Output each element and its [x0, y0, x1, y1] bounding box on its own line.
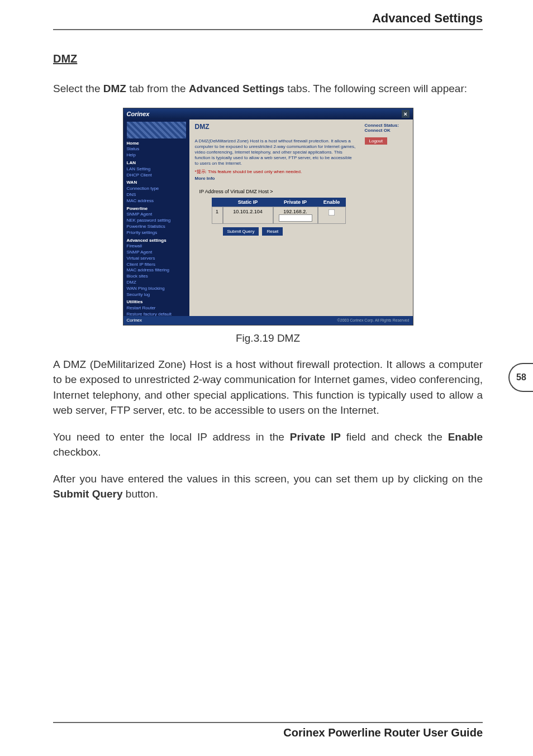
nav-dns[interactable]: DNS: [127, 192, 186, 198]
private-ip-prefix: 192.168.2.: [283, 209, 307, 214]
cell-enable: [318, 207, 346, 224]
cell-private-ip: 192.168.2.: [273, 207, 318, 224]
paragraph-submit: After you have entered the values in thi…: [53, 471, 483, 502]
nav-status[interactable]: Status: [127, 146, 186, 152]
nav-wan-ping-blocking[interactable]: WAN Ping blocking: [127, 286, 186, 292]
nav-client-ip-filters[interactable]: Client IP filters: [127, 262, 186, 268]
router-ui-screenshot: Corinex × Home Status Help LAN LAN Setti…: [123, 108, 413, 326]
nav-dmz[interactable]: DMZ: [127, 280, 186, 286]
text: You need to enter the local IP address i…: [53, 431, 290, 443]
nav-snmp-agent[interactable]: SNMP Agent: [127, 212, 186, 218]
nav-mac-address[interactable]: MAC address: [127, 198, 186, 204]
nav-wan[interactable]: WAN: [127, 180, 186, 186]
text: checkbox.: [53, 446, 101, 458]
bold-submit-query: Submit Query: [53, 488, 123, 500]
main-panel: DMZ A DMZ(DeMilitarized Zone) Host is a …: [189, 119, 361, 316]
nav-restart-router[interactable]: Restart Router: [127, 305, 186, 312]
col-header-private-ip: Private IP: [273, 198, 318, 207]
col-header-static-ip: Static IP: [223, 198, 273, 207]
nav-block-sites[interactable]: Block sites: [127, 274, 186, 280]
intro-paragraph: Select the DMZ tab from the Advanced Set…: [53, 81, 483, 97]
nav-firewall[interactable]: Firewall: [127, 243, 186, 250]
table-row: 1 10.101.2.104 192.168.2.: [212, 207, 356, 224]
panel-title: DMZ: [195, 123, 356, 131]
dmz-table: Static IP Private IP Enable 1 10.101.2.1…: [212, 198, 356, 224]
bold-dmz: DMZ: [103, 83, 126, 94]
sidebar-logo-image: [127, 122, 186, 138]
section-heading-dmz: DMZ: [53, 52, 483, 65]
private-ip-input[interactable]: [279, 214, 312, 222]
text: field and check the: [341, 431, 448, 443]
nav-lan[interactable]: LAN: [127, 160, 186, 166]
nav-priority-settings[interactable]: Priority settings: [127, 230, 186, 236]
text: Select the: [53, 83, 103, 94]
nav-nek-password[interactable]: NEK password setting: [127, 218, 186, 224]
subsection-heading: IP Address of Virtual DMZ Host >: [199, 189, 356, 194]
page-number-tab: 58: [508, 363, 533, 392]
nav-virtual-servers[interactable]: Virtual servers: [127, 256, 186, 262]
text: button.: [123, 488, 158, 500]
nav-help[interactable]: Help: [127, 152, 186, 159]
reset-button[interactable]: Reset: [262, 227, 283, 236]
nav-advanced-settings[interactable]: Advanced settings: [127, 238, 186, 244]
panel-description: A DMZ(DeMilitarized Zone) Host is a host…: [195, 138, 356, 166]
bold-advanced-settings: Advanced Settings: [189, 83, 284, 94]
close-icon[interactable]: ×: [402, 110, 410, 118]
footer-divider: [53, 722, 483, 723]
nav-dhcp-client[interactable]: DHCP Client: [127, 173, 186, 179]
nav-connection-type[interactable]: Connection type: [127, 186, 186, 192]
submit-query-button[interactable]: Submit Query: [223, 227, 259, 236]
paragraph-dmz-description: A DMZ (DeMilitarized Zone) Host is a hos…: [53, 357, 483, 418]
nav-mac-filtering[interactable]: MAC address filtering: [127, 267, 186, 274]
cell-index: 1: [212, 207, 223, 224]
bold-enable: Enable: [448, 431, 483, 443]
cell-static-ip: 10.101.2.104: [223, 207, 273, 224]
footer-copyright: ©2003 Corinex Corp. All Rights Reserved: [337, 318, 410, 322]
screenshot-footer: Corinex ©2003 Corinex Corp. All Rights R…: [123, 316, 413, 325]
footer-title: Corinex Powerline Router User Guide: [53, 726, 483, 739]
header-divider: [53, 29, 483, 30]
paragraph-private-ip: You need to enter the local IP address i…: [53, 429, 483, 460]
nav-home[interactable]: Home: [127, 141, 186, 147]
logout-button[interactable]: Logout: [365, 137, 387, 145]
connect-status-label: Connect Status:: [365, 123, 410, 128]
nav-restore-factory[interactable]: Restore factory default: [127, 312, 186, 315]
brand-logo-text: Corinex: [127, 111, 150, 117]
window-titlebar: Corinex ×: [123, 108, 413, 119]
status-panel: Connect Status: Connect OK Logout: [361, 119, 413, 316]
sidebar-nav: Home Status Help LAN LAN Setting DHCP Cl…: [123, 119, 189, 316]
nav-powerline[interactable]: Powerline: [127, 206, 186, 212]
nav-powerline-stats[interactable]: Powerline Statistics: [127, 224, 186, 230]
page-header-title: Advanced Settings: [53, 11, 483, 29]
figure-caption: Fig.3.19 DMZ: [53, 332, 483, 344]
bold-private-ip: Private IP: [290, 431, 341, 443]
connect-status-value: Connect OK: [365, 128, 410, 133]
nav-lan-setting[interactable]: LAN Setting: [127, 166, 186, 173]
screenshot-figure: Corinex × Home Status Help LAN LAN Setti…: [123, 108, 413, 326]
panel-warning: *提示: This feature should be used only wh…: [195, 169, 356, 175]
nav-snmp-agent-2[interactable]: SNMP Agent: [127, 250, 186, 256]
nav-security-log[interactable]: Security log: [127, 292, 186, 298]
text: tab from the: [126, 83, 189, 94]
text: tabs. The following screen will appear:: [284, 83, 467, 94]
col-header-enable: Enable: [318, 198, 346, 207]
enable-checkbox[interactable]: [329, 209, 335, 216]
more-info-link[interactable]: More Info: [195, 176, 356, 181]
footer-brand: Corinex: [127, 318, 142, 323]
col-header-index: [212, 198, 223, 207]
nav-utilities[interactable]: Utilities: [127, 299, 186, 305]
text: After you have entered the values in thi…: [53, 473, 483, 485]
